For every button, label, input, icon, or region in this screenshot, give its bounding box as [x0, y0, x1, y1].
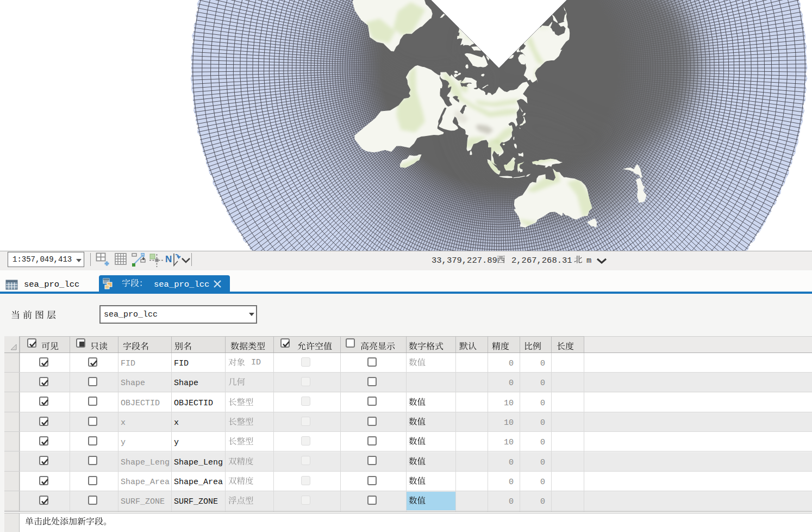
svg-text:N: N [165, 254, 172, 264]
